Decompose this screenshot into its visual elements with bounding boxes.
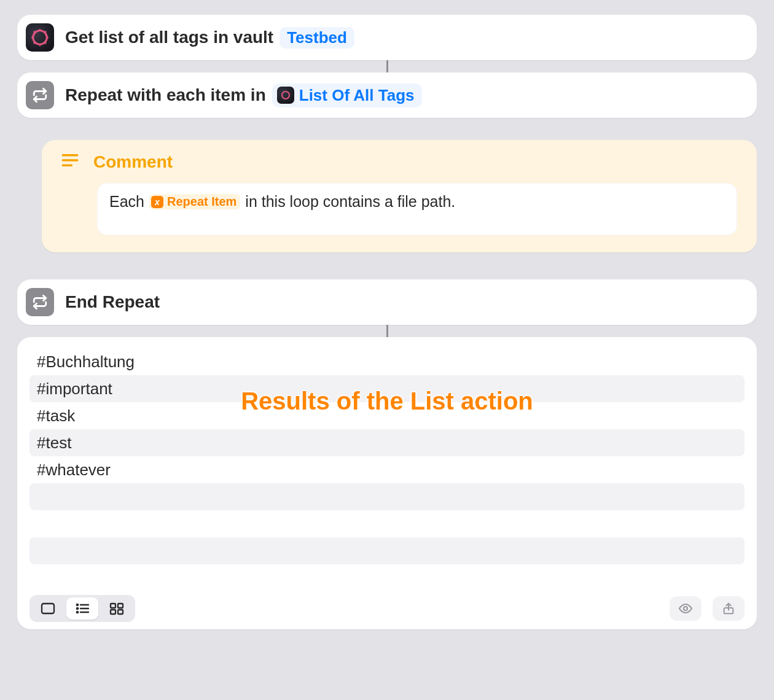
results-row[interactable]: [29, 510, 745, 537]
comment-text[interactable]: Each x Repeat Item in this loop contains…: [97, 183, 737, 235]
flow-connector: [386, 60, 388, 72]
svg-point-24: [684, 607, 687, 610]
obsidian-gear-icon: [26, 23, 54, 52]
results-row[interactable]: #Buchhaltung: [29, 348, 745, 375]
results-list: #Buchhaltung#important#task#test#whateve…: [29, 348, 745, 593]
results-toolbar: [29, 593, 745, 622]
text-lines-icon: [61, 152, 79, 172]
results-row[interactable]: [29, 483, 745, 510]
comment-heading: Comment: [93, 152, 173, 172]
comment-block[interactable]: Comment Each x Repeat Item in this loop …: [42, 140, 757, 252]
svg-rect-23: [118, 610, 123, 614]
repeat-item-token[interactable]: x Repeat Item: [149, 194, 240, 209]
svg-rect-20: [111, 604, 115, 608]
svg-point-16: [77, 608, 78, 609]
svg-rect-13: [42, 604, 54, 613]
flow-connector: [386, 325, 388, 337]
action-repeat-title: Repeat with each item in: [65, 85, 266, 105]
comment-text-before: Each: [109, 193, 144, 211]
svg-line-7: [34, 42, 36, 44]
preview-button[interactable]: [670, 596, 702, 621]
comment-text-after: in this loop contains a file path.: [245, 193, 455, 211]
repeat-list-token-label: List Of All Tags: [299, 86, 415, 105]
action-get-tags[interactable]: Get list of all tags in vault Testbed: [17, 15, 757, 60]
svg-rect-22: [111, 610, 115, 614]
action-end-repeat[interactable]: End Repeat: [17, 279, 757, 325]
svg-line-8: [45, 31, 47, 33]
repeat-icon: [26, 288, 54, 316]
view-mode-grid[interactable]: [101, 597, 133, 620]
svg-point-9: [282, 91, 289, 99]
obsidian-gear-icon: [277, 87, 294, 104]
repeat-list-token[interactable]: List Of All Tags: [272, 84, 422, 107]
view-mode-segmented[interactable]: [29, 595, 135, 622]
view-mode-list[interactable]: [66, 597, 98, 620]
vault-token[interactable]: Testbed: [280, 27, 354, 49]
results-panel: Results of the List action #Buchhaltung#…: [17, 337, 757, 629]
action-repeat-each[interactable]: Repeat with each item in List Of All Tag…: [17, 72, 757, 118]
action-get-tags-title: Get list of all tags in vault: [65, 28, 273, 47]
variable-x-icon: x: [151, 196, 163, 208]
share-button[interactable]: [713, 596, 745, 621]
svg-line-6: [45, 42, 47, 44]
svg-point-14: [77, 604, 78, 605]
svg-point-18: [77, 612, 78, 613]
repeat-icon: [26, 81, 54, 109]
results-row[interactable]: #important: [29, 375, 745, 402]
results-row[interactable]: #test: [29, 429, 745, 456]
results-row[interactable]: #whatever: [29, 456, 745, 483]
action-end-repeat-title: End Repeat: [65, 292, 160, 312]
view-mode-single[interactable]: [32, 597, 64, 620]
results-row[interactable]: #task: [29, 402, 745, 429]
svg-line-5: [34, 31, 36, 33]
repeat-item-token-label: Repeat Item: [167, 195, 237, 209]
svg-rect-21: [118, 604, 123, 608]
results-row[interactable]: [29, 537, 745, 564]
